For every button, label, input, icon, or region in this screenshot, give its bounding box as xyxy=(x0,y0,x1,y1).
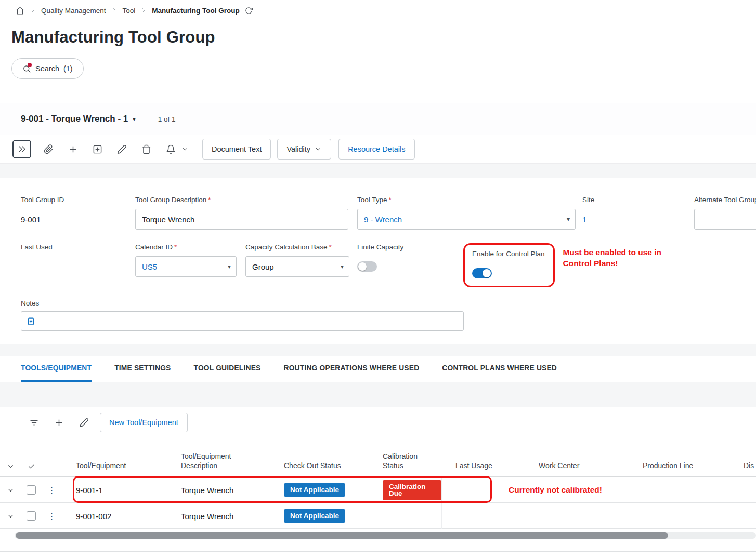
search-count: (1) xyxy=(63,64,73,73)
add-record-button[interactable] xyxy=(63,140,82,158)
row-menu-icon[interactable]: ⋮ xyxy=(48,511,56,521)
last-used-label: Last Used xyxy=(21,243,135,251)
home-icon[interactable] xyxy=(16,6,24,15)
col-tool-equipment[interactable]: Tool/Equipment xyxy=(62,461,167,476)
section-divider xyxy=(0,164,756,178)
scrollbar-thumb[interactable] xyxy=(16,532,668,539)
detail-tabs: TOOLS/EQUIPMENT TIME SETTINGS TOOL GUIDE… xyxy=(0,356,756,382)
capacity-calculation-base-select[interactable]: Group ▾ xyxy=(245,256,349,277)
tool-group-description-input[interactable] xyxy=(135,209,348,230)
enable-for-control-plan-toggle[interactable] xyxy=(472,268,492,278)
control-plan-annotation-text: Must be enabled to use in Control Plans! xyxy=(563,243,687,269)
required-marker: * xyxy=(174,243,177,251)
tool-type-field: Tool Type* 9 - Wrench ▾ xyxy=(357,196,576,230)
validity-label: Validity xyxy=(286,145,310,153)
dropdown-caret-icon: ▾ xyxy=(341,263,344,270)
header-spacer xyxy=(42,470,62,476)
breadcrumb-tool[interactable]: Tool xyxy=(123,7,136,15)
expand-all-icon[interactable] xyxy=(0,462,21,476)
horizontal-scrollbar[interactable] xyxy=(15,532,756,539)
resource-details-button[interactable]: Resource Details xyxy=(338,139,414,160)
edit-row-button[interactable] xyxy=(75,414,93,431)
form-row-2: Last Used Calendar ID* US5 ▾ Capacity Ca… xyxy=(21,243,756,287)
cell-production-line xyxy=(629,503,733,529)
check-out-status-badge: Not Applicable xyxy=(284,509,345,523)
duplicate-record-button[interactable] xyxy=(88,140,107,158)
record-name: 9-001 - Torque Wrench - 1 xyxy=(21,114,128,124)
edit-record-button[interactable] xyxy=(112,140,131,158)
notes-document-icon[interactable] xyxy=(27,317,35,326)
breadcrumb-current-page[interactable]: Manufacturing Tool Group xyxy=(152,7,239,15)
cell-tool-equipment[interactable]: 9-001-1 xyxy=(62,477,167,503)
calendar-id-field: Calendar ID* US5 ▾ xyxy=(135,243,237,277)
filter-button[interactable] xyxy=(25,414,43,431)
tool-group-id-field: Tool Group ID 9-001 xyxy=(21,196,135,224)
tab-tools-equipment[interactable]: TOOLS/EQUIPMENT xyxy=(21,356,92,382)
row-checkbox[interactable] xyxy=(27,511,36,521)
chevron-right-icon xyxy=(111,7,118,14)
calibration-status-badge: Calibration Due xyxy=(383,480,441,500)
record-header: 9-001 - Torque Wrench - 1 ▾ 1 of 1 xyxy=(0,103,756,135)
tab-time-settings[interactable]: TIME SETTINGS xyxy=(114,356,171,382)
col-work-center[interactable]: Work Center xyxy=(525,461,629,476)
table-row: ⋮ 9-001-1 Torque Wrench Not Applicable C… xyxy=(0,477,756,503)
site-value[interactable]: 1 xyxy=(582,209,686,224)
finite-capacity-toggle[interactable] xyxy=(357,261,377,272)
tool-type-label: Tool Type xyxy=(357,196,387,204)
expand-toolbar-button[interactable] xyxy=(12,140,31,158)
cell-description: Torque Wrench xyxy=(167,477,270,503)
section-divider xyxy=(0,382,756,407)
trash-icon xyxy=(141,144,151,154)
record-selector[interactable]: 9-001 - Torque Wrench - 1 ▾ xyxy=(21,114,136,124)
table-header-row: Tool/Equipment Tool/Equipment Descriptio… xyxy=(0,437,756,477)
tool-type-select[interactable]: 9 - Wrench ▾ xyxy=(357,209,576,230)
calendar-id-select[interactable]: US5 ▾ xyxy=(135,256,237,277)
chevron-right-icon xyxy=(30,7,36,14)
delete-record-button[interactable] xyxy=(137,140,155,158)
row-menu-icon[interactable]: ⋮ xyxy=(48,485,56,495)
notifications-button[interactable] xyxy=(161,140,180,158)
site-label: Site xyxy=(582,196,686,204)
row-expand-icon[interactable] xyxy=(0,503,21,529)
attachment-button[interactable] xyxy=(39,140,58,158)
alternate-tool-group-label: Alternate Tool Group xyxy=(694,196,756,204)
record-pagination: 1 of 1 xyxy=(158,115,176,123)
col-tool-equipment-description[interactable]: Tool/Equipment Description xyxy=(167,452,270,476)
grid-toolbar: New Tool/Equipment xyxy=(0,407,756,437)
notifications-dropdown-caret[interactable] xyxy=(181,140,191,158)
last-used-field: Last Used xyxy=(21,243,135,256)
tab-control-plans-where-used[interactable]: CONTROL PLANS WHERE USED xyxy=(442,356,557,382)
col-check-out-status[interactable]: Check Out Status xyxy=(270,461,369,476)
tab-tool-guidelines[interactable]: TOOL GUIDELINES xyxy=(194,356,261,382)
alternate-tool-group-input[interactable] xyxy=(694,209,756,230)
col-display[interactable]: Dis xyxy=(733,461,756,476)
tab-routing-operations-where-used[interactable]: ROUTING OPERATIONS WHERE USED xyxy=(284,356,420,382)
required-marker: * xyxy=(208,196,211,204)
tool-type-value: 9 - Wrench xyxy=(364,215,402,224)
refresh-icon[interactable] xyxy=(245,7,253,15)
calendar-id-value: US5 xyxy=(142,262,157,271)
control-plan-annotation-ring: Enable for Control Plan xyxy=(463,243,555,287)
select-all-icon[interactable] xyxy=(21,462,42,476)
record-toolbar: Document Text Validity Resource Details xyxy=(0,135,756,164)
add-row-button[interactable] xyxy=(50,414,68,431)
validity-button[interactable]: Validity xyxy=(277,139,331,160)
breadcrumb-quality-management[interactable]: Quality Management xyxy=(41,7,106,15)
col-production-line[interactable]: Production Line xyxy=(629,461,733,476)
search-button[interactable]: Search (1) xyxy=(11,58,84,79)
alternate-tool-group-field: Alternate Tool Group xyxy=(694,196,756,230)
check-out-status-badge: Not Applicable xyxy=(284,483,345,497)
notes-input[interactable] xyxy=(40,317,458,325)
cell-tool-equipment[interactable]: 9-001-002 xyxy=(62,503,167,529)
cell-production-line xyxy=(629,477,733,503)
row-checkbox[interactable] xyxy=(27,485,36,495)
finite-capacity-field: Finite Capacity xyxy=(357,243,463,272)
notes-label: Notes xyxy=(21,299,39,307)
col-last-usage[interactable]: Last Usage xyxy=(442,461,525,476)
new-tool-equipment-button[interactable]: New Tool/Equipment xyxy=(100,413,188,432)
calibration-annotation-text: Currently not calibrated! xyxy=(509,485,602,495)
document-text-button[interactable]: Document Text xyxy=(202,139,271,160)
col-calibration-status[interactable]: Calibration Status xyxy=(369,452,442,476)
filter-icon xyxy=(29,418,39,428)
row-expand-icon[interactable] xyxy=(0,477,21,503)
